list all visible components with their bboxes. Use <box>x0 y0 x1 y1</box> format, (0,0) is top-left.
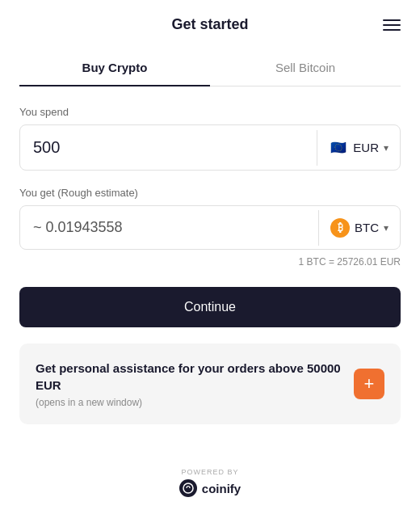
btc-currency-selector[interactable]: ₿ BTC ▾ <box>318 210 400 246</box>
assistance-text-wrap: Get personal assistance for your orders … <box>36 360 341 408</box>
header-title: Get started <box>171 16 248 33</box>
spend-input[interactable] <box>20 125 317 170</box>
footer: POWERED BY coinify <box>0 468 420 497</box>
tab-sell-bitcoin[interactable]: Sell Bitcoin <box>210 49 401 86</box>
btc-chevron-icon: ▾ <box>384 222 388 234</box>
exchange-rate: 1 BTC = 25726.01 EUR <box>19 256 401 268</box>
btc-coin-icon: ₿ <box>330 218 350 238</box>
hamburger-menu-icon[interactable] <box>383 19 401 31</box>
assistance-subtitle: (opens in a new window) <box>36 397 341 408</box>
eur-flag-icon: 🇪🇺 <box>329 138 348 158</box>
main-content: You spend 🇪🇺 EUR ▾ You get (Rough estima… <box>0 86 420 424</box>
coinify-circle-icon <box>179 479 197 497</box>
btc-estimate-value: ~ 0.01943558 <box>20 206 318 249</box>
coinify-logo: coinify <box>179 479 241 497</box>
btc-currency-name: BTC <box>355 221 379 234</box>
spend-input-row: 🇪🇺 EUR ▾ <box>19 124 401 171</box>
header: Get started <box>0 0 420 49</box>
coinify-brand-name: coinify <box>202 482 241 495</box>
eur-currency-name: EUR <box>353 141 379 154</box>
tab-buy-crypto[interactable]: Buy Crypto <box>19 49 210 86</box>
eur-currency-selector[interactable]: 🇪🇺 EUR ▾ <box>317 130 400 166</box>
get-label: You get (Rough estimate) <box>19 187 401 199</box>
continue-button[interactable]: Continue <box>19 287 401 327</box>
svg-point-0 <box>183 483 193 493</box>
tab-bar: Buy Crypto Sell Bitcoin <box>19 49 401 86</box>
assistance-title: Get personal assistance for your orders … <box>36 360 341 394</box>
powered-by-label: POWERED BY <box>181 468 238 476</box>
spend-label: You spend <box>19 106 401 118</box>
assistance-plus-icon[interactable]: + <box>354 369 384 399</box>
eur-chevron-icon: ▾ <box>384 142 388 154</box>
get-input-row: ~ 0.01943558 ₿ BTC ▾ <box>19 205 401 250</box>
assistance-card: Get personal assistance for your orders … <box>19 344 401 424</box>
